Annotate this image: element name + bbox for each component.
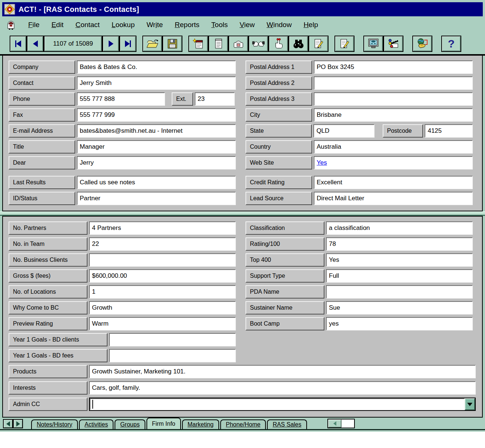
next-record-button[interactable]	[102, 36, 119, 52]
lead-source-label-button[interactable]: Lead Source	[245, 192, 312, 205]
email-label-button[interactable]: E-mail Address	[9, 124, 75, 138]
menu-tools[interactable]: Tools	[211, 21, 228, 29]
state-field[interactable]: QLD	[313, 124, 374, 138]
why-come-to-bc-label-button[interactable]: Why Come to BC	[9, 301, 88, 314]
write-letter-button[interactable]	[309, 36, 329, 52]
web-site-label-button[interactable]: Web Site	[245, 156, 312, 169]
rating-label-button[interactable]: Ratiing/100	[245, 237, 324, 251]
sales-handshake-button[interactable]	[248, 36, 268, 52]
dear-label-button[interactable]: Dear	[9, 156, 75, 169]
year1-goals-bd-fees-field[interactable]	[109, 349, 236, 362]
interests-field[interactable]: Cars, golf, family.	[89, 381, 476, 395]
title-field[interactable]: Manager	[77, 140, 236, 154]
classification-field[interactable]: a classification	[326, 221, 473, 235]
notepad-button[interactable]	[208, 36, 228, 52]
menu-write[interactable]: Write	[146, 21, 163, 29]
media-clapboard-button[interactable]	[383, 36, 403, 52]
no-business-clients-label-button[interactable]: No. Business Clients	[9, 253, 88, 267]
schedule-hand-button[interactable]	[268, 36, 288, 52]
top-400-label-button[interactable]: Top 400	[245, 253, 324, 267]
phone-field[interactable]: 555 777 888	[77, 92, 165, 106]
title-label-button[interactable]: Title	[9, 140, 75, 154]
phone-dialer-button[interactable]	[228, 36, 248, 52]
lookup-button[interactable]	[288, 36, 309, 52]
no-of-locations-field[interactable]: 1	[89, 285, 236, 299]
last-results-field[interactable]: Called us see notes	[77, 176, 236, 189]
sustainer-name-field[interactable]: Sue	[326, 301, 473, 314]
first-record-button[interactable]	[10, 36, 27, 52]
no-in-team-field[interactable]: 22	[89, 237, 236, 251]
products-field[interactable]: Growth Sustainer, Marketing 101.	[89, 365, 476, 378]
internet-links-button[interactable]	[412, 36, 432, 52]
no-of-locations-label-button[interactable]: No. of Locations	[9, 285, 88, 299]
postcode-label-button[interactable]: Postcode	[383, 124, 423, 138]
lead-source-field[interactable]: Direct Mail Letter	[314, 192, 473, 205]
tab-mini-scrollbar[interactable]	[327, 419, 355, 428]
menu-window[interactable]: Window	[267, 21, 292, 29]
city-field[interactable]: Brisbane	[314, 108, 473, 122]
mini-scroll-left-button[interactable]	[328, 419, 342, 428]
menu-edit[interactable]: Edit	[52, 21, 64, 29]
pda-name-label-button[interactable]: PDA Name	[245, 285, 324, 299]
previous-record-button[interactable]	[27, 36, 44, 52]
tab-notes-history[interactable]: Notes/History	[31, 419, 78, 429]
media-monitor-button[interactable]	[363, 36, 383, 52]
gross-fees-field[interactable]: $600,000.00	[89, 269, 236, 283]
web-site-link[interactable]: Yes	[317, 159, 327, 167]
boot-camp-label-button[interactable]: Boot Camp	[245, 317, 324, 330]
contact-label-button[interactable]: Contact	[9, 76, 75, 90]
postal-address-2-label-button[interactable]: Postal Address 2	[245, 76, 312, 90]
admin-cc-field[interactable]	[89, 398, 476, 411]
menu-file[interactable]: File	[28, 21, 40, 29]
no-business-clients-field[interactable]	[89, 253, 236, 267]
year1-goals-bd-clients-label-button[interactable]: Year 1 Goals - BD clients	[9, 333, 108, 346]
country-label-button[interactable]: Country	[245, 140, 312, 154]
dear-field[interactable]: Jerry	[77, 156, 236, 169]
year1-goals-bd-fees-label-button[interactable]: Year 1 Goals - BD fees	[9, 349, 108, 362]
state-label-button[interactable]: State	[245, 124, 312, 138]
postal-address-2-field[interactable]	[314, 76, 473, 90]
postcode-field[interactable]: 4125	[425, 124, 473, 138]
menu-lookup[interactable]: Lookup	[112, 21, 135, 29]
help-button[interactable]: ?	[441, 36, 461, 52]
postal-address-1-label-button[interactable]: Postal Address 1	[245, 60, 312, 74]
postal-address-3-field[interactable]	[314, 92, 473, 106]
products-label-button[interactable]: Products	[9, 365, 88, 378]
boot-camp-field[interactable]: yes	[326, 317, 473, 330]
interests-label-button[interactable]: Interests	[9, 381, 88, 395]
sustainer-name-label-button[interactable]: Sustainer Name	[245, 301, 324, 314]
last-record-button[interactable]	[119, 36, 136, 52]
preview-rating-field[interactable]: Warm	[89, 317, 236, 330]
tab-firm-info[interactable]: Firm Info	[146, 418, 181, 429]
tab-ras-sales[interactable]: RAS Sales	[267, 419, 307, 429]
top-400-field[interactable]: Yes	[326, 253, 473, 267]
preview-rating-label-button[interactable]: Preview Rating	[9, 317, 88, 330]
phone-label-button[interactable]: Phone	[9, 92, 75, 106]
classification-label-button[interactable]: Classification	[245, 221, 324, 235]
gross-fees-label-button[interactable]: Gross $ (fees)	[9, 269, 88, 283]
support-type-label-button[interactable]: Support Type	[245, 269, 324, 283]
ext-field[interactable]: 23	[195, 92, 235, 106]
tab-phone-home[interactable]: Phone/Home	[220, 419, 266, 429]
tab-scroll-right-button[interactable]	[13, 419, 23, 428]
new-contact-button[interactable]	[188, 36, 208, 52]
contact-card-icon[interactable]	[6, 20, 16, 30]
act-app-icon[interactable]	[4, 3, 16, 15]
credit-rating-field[interactable]: Excellent	[314, 176, 473, 189]
no-partners-label-button[interactable]: No. Partners	[9, 221, 88, 235]
email-field[interactable]: bates&bates@smith.net.au - Internet	[77, 124, 236, 138]
id-status-label-button[interactable]: ID/Status	[9, 192, 75, 205]
open-file-button[interactable]	[142, 36, 162, 52]
rating-field[interactable]: 78	[326, 237, 473, 251]
tab-scroll-left-button[interactable]	[3, 419, 13, 428]
menu-contact[interactable]: Contact	[75, 21, 100, 29]
tab-marketing[interactable]: Marketing	[182, 419, 219, 429]
postal-address-3-label-button[interactable]: Postal Address 3	[245, 92, 312, 106]
city-label-button[interactable]: City	[245, 108, 312, 122]
last-results-label-button[interactable]: Last Results	[9, 176, 75, 189]
company-field[interactable]: Bates & Bates & Co.	[77, 60, 236, 74]
fax-label-button[interactable]: Fax	[9, 108, 75, 122]
support-type-field[interactable]: Full	[326, 269, 473, 283]
fax-field[interactable]: 555 777 999	[77, 108, 236, 122]
write-note-button[interactable]	[334, 36, 354, 52]
